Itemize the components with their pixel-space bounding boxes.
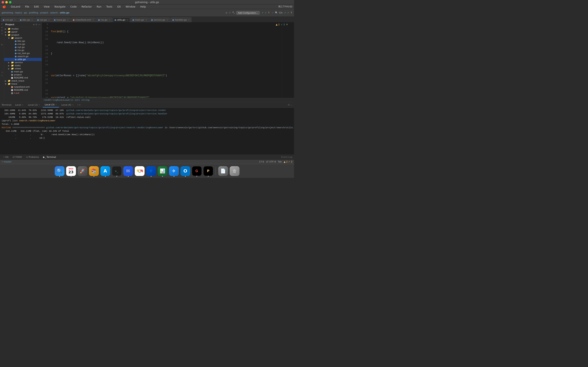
tab-close-nyt[interactable]: ✕ bbox=[48, 19, 50, 21]
sidebar-item-rss-test[interactable]: ● rss_test.go bbox=[4, 52, 42, 55]
menu-goland[interactable]: GoLand bbox=[10, 5, 21, 8]
dock-finder2[interactable]: 📄 bbox=[218, 166, 228, 176]
terminal-tab-local-close[interactable]: ✕ bbox=[22, 104, 24, 106]
git-status[interactable]: ⑂ master bbox=[2, 160, 12, 163]
sidebar-item-project[interactable]: ▼ 📁 project bbox=[4, 33, 42, 36]
sidebar-item-bbc[interactable]: ● bbc.go bbox=[4, 40, 42, 43]
toolbar-search-icon[interactable]: 🔍 bbox=[275, 11, 278, 14]
tab-close-cnn[interactable]: ✕ bbox=[14, 19, 16, 21]
tab-utils[interactable]: ● utils.go ✕ bbox=[113, 17, 130, 22]
tab-rss[interactable]: ● rss.go ✕ bbox=[96, 17, 112, 22]
window-controls[interactable] bbox=[2, 1, 11, 3]
footer-tab-git[interactable]: ⑂ Git bbox=[2, 155, 10, 159]
tab-handler[interactable]: ● handler.go ✕ bbox=[171, 17, 191, 22]
bc-search[interactable]: search bbox=[50, 11, 58, 14]
tab-trace[interactable]: ● trace.go ✕ bbox=[52, 17, 71, 22]
dock-terminal[interactable]: >_ bbox=[112, 166, 122, 176]
sidebar-item-views[interactable]: ▶ 📁 views bbox=[4, 67, 42, 70]
dock-pycharm[interactable]: P bbox=[203, 166, 213, 176]
tab-close-bbc[interactable]: ✕ bbox=[31, 19, 33, 21]
menu-edit[interactable]: Edit bbox=[33, 5, 40, 8]
close-button[interactable] bbox=[2, 1, 4, 3]
footer-tab-terminal[interactable]: ▶_ Terminal bbox=[42, 155, 58, 159]
sidebar-item-readme-trace[interactable]: ■ README.md bbox=[4, 89, 42, 92]
toolbar-build-icon[interactable]: 🔨 bbox=[232, 11, 235, 14]
tab-close-service[interactable]: ✕ bbox=[166, 19, 168, 21]
terminal-dropdown-icon[interactable]: ▾ bbox=[79, 104, 80, 106]
dock-finder[interactable]: 🔍 bbox=[55, 166, 65, 176]
sidebar-item-rss[interactable]: ● rss.go bbox=[4, 49, 42, 52]
dock-calendar[interactable]: WED 23 bbox=[66, 166, 76, 176]
tab-main[interactable]: ● main.go ✕ bbox=[130, 17, 149, 22]
bc-profiling[interactable]: profiling bbox=[29, 11, 38, 14]
code-editor[interactable]: ▲ 2 ✓ 2 ▼ 8 9 10 11 12 13 14 15 16 17 18… bbox=[42, 22, 294, 102]
terminal-tab-local3[interactable]: Local (3) ✕ bbox=[43, 103, 59, 108]
sidebar-item-service[interactable]: ▶ 📁 service bbox=[4, 61, 42, 64]
sidebar-item-pprof[interactable]: ▶ 📁 pprof bbox=[4, 30, 42, 33]
dock-launchpad[interactable]: 🚀 bbox=[78, 166, 87, 176]
terminal-tab-local4[interactable]: Local (4) ✕ bbox=[60, 103, 76, 108]
bc-project[interactable]: project bbox=[40, 11, 48, 14]
terminal-tab-local2[interactable]: Local (2) ✕ bbox=[26, 103, 42, 108]
sidebar-item-nyt[interactable]: ● nyt.go bbox=[4, 46, 42, 49]
gutter-icon-3[interactable]: ☰ bbox=[1, 29, 3, 32]
toolbar-debug-icon[interactable]: ⚙ bbox=[229, 11, 231, 14]
tab-nyt[interactable]: ● nyt.go ✕ bbox=[35, 17, 52, 22]
sidebar-item-search[interactable]: ▼ 📁 search bbox=[4, 36, 42, 40]
sidebar-item-project-file[interactable]: ■ project bbox=[4, 73, 42, 76]
tab-close-main[interactable]: ✕ bbox=[145, 19, 147, 21]
gutter-project-icon[interactable]: P bbox=[1, 23, 2, 25]
menu-navigate[interactable]: Navigate bbox=[54, 5, 66, 8]
bc-topics[interactable]: topics bbox=[15, 11, 22, 14]
terminal-tab-local3-close[interactable]: ✕ bbox=[55, 104, 57, 106]
menu-help[interactable]: Help bbox=[139, 5, 147, 8]
dock-ibooks[interactable]: 📚 bbox=[89, 166, 99, 176]
add-config-button[interactable]: Add Configuration... bbox=[236, 11, 260, 15]
sidebar-item-mutex[interactable]: ▶ 📁 mutex bbox=[4, 27, 42, 30]
expand-icon[interactable]: ▼ bbox=[286, 23, 288, 26]
sidebar-item-static[interactable]: ▶ 📁 static bbox=[4, 64, 42, 67]
menu-code[interactable]: Code bbox=[70, 5, 78, 8]
menu-refactor[interactable]: Refactor bbox=[81, 5, 93, 8]
terminal-add-icon[interactable]: + bbox=[77, 104, 79, 106]
gutter-icon-4[interactable]: ◷ bbox=[1, 33, 3, 35]
sidebar-actions[interactable]: ⚙ bbox=[35, 23, 37, 26]
terminal-tab-local2-close[interactable]: ✕ bbox=[39, 104, 40, 106]
code-area[interactable]: func init() { rand.Seed(time.Now().UnixN… bbox=[49, 22, 282, 98]
tab-close-handler[interactable]: ✕ bbox=[188, 19, 190, 21]
terminal-close-panel-icon[interactable]: — bbox=[290, 104, 292, 106]
dock-trash[interactable]: 🗑 bbox=[230, 166, 240, 176]
terminal-tab-local[interactable]: Local ✕ bbox=[13, 103, 26, 108]
dock-numbers[interactable]: 📊 bbox=[158, 166, 167, 176]
bc-go[interactable]: go bbox=[24, 11, 27, 14]
terminal-tab-local4-close[interactable]: ✕ bbox=[72, 104, 74, 106]
sidebar-item-trace[interactable]: ▼ 📁 trace bbox=[4, 82, 42, 85]
sidebar-item-utils[interactable]: ● utils.go bbox=[4, 58, 42, 61]
breadcrumb[interactable]: gotraining › topics › go › profiling › p… bbox=[2, 11, 69, 14]
menu-tools[interactable]: Tools bbox=[105, 5, 113, 8]
sidebar-item-newsfeed[interactable]: ■ newsfeed.xml bbox=[4, 85, 42, 89]
toolbar-undo-icon[interactable]: ↩ bbox=[272, 11, 274, 14]
gutter-icon-5[interactable]: Ih bbox=[1, 44, 3, 46]
tab-service[interactable]: ● service.go ✕ bbox=[149, 17, 170, 22]
dock-appstore[interactable]: A bbox=[100, 166, 110, 176]
bc-gotraining[interactable]: gotraining bbox=[2, 11, 13, 14]
menu-git[interactable]: Git bbox=[116, 5, 121, 8]
menu-window[interactable]: Window bbox=[125, 5, 136, 8]
sidebar-item-tout[interactable]: ■ t.out bbox=[4, 92, 42, 95]
sidebar-item-cnn[interactable]: ● cnn.go bbox=[4, 43, 42, 46]
menu-run[interactable]: Run bbox=[96, 5, 102, 8]
gutter-icon-2[interactable]: ⊕ bbox=[1, 26, 3, 29]
minimize-button[interactable] bbox=[5, 1, 8, 3]
toolbar-run-icon[interactable]: ▶ bbox=[226, 11, 227, 14]
terminal-body[interactable]: 203.18MB 11.84% 78.82% 1152.59MB 67.19% … bbox=[0, 108, 294, 155]
tab-close-trace[interactable]: ✕ bbox=[67, 19, 69, 21]
gutter-icon-6[interactable]: ◁ bbox=[1, 71, 3, 73]
event-log-label[interactable]: Event Log bbox=[281, 156, 292, 158]
sidebar-collapse-icon[interactable]: ▼ bbox=[33, 24, 35, 26]
dock-chrome[interactable] bbox=[135, 166, 145, 176]
editor-content[interactable]: 8 9 10 11 12 13 14 15 16 17 18 19 20 21 … bbox=[42, 22, 294, 98]
dock-spark[interactable]: ✉ bbox=[123, 166, 133, 176]
gutter-icon-7[interactable]: ▷ bbox=[1, 74, 3, 76]
dock-airmail[interactable]: ✈ bbox=[169, 166, 179, 176]
